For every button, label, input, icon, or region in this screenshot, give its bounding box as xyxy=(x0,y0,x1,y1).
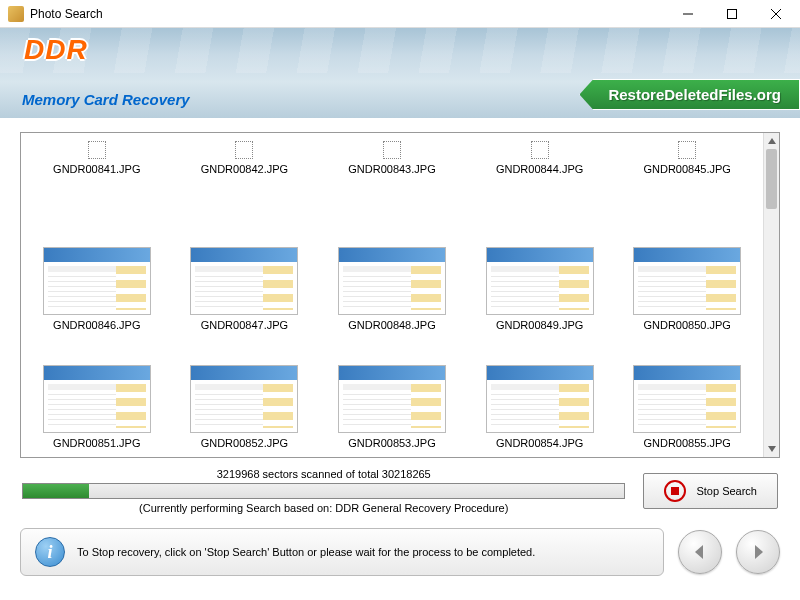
file-item[interactable]: GNDR00842.JPG xyxy=(171,135,319,241)
thumbnail-icon xyxy=(338,365,446,433)
info-icon: i xyxy=(35,537,65,567)
file-name: GNDR00844.JPG xyxy=(496,163,583,175)
file-name: GNDR00842.JPG xyxy=(201,163,288,175)
thumbnail-icon xyxy=(531,141,549,159)
thumbnail-grid: GNDR00841.JPG GNDR00842.JPG GNDR00843.JP… xyxy=(21,133,763,457)
scroll-up-icon[interactable] xyxy=(764,133,779,149)
info-text: To Stop recovery, click on 'Stop Search'… xyxy=(77,546,535,558)
window-title: Photo Search xyxy=(30,7,666,21)
file-name: GNDR00851.JPG xyxy=(53,437,140,449)
results-panel: GNDR00841.JPG GNDR00842.JPG GNDR00843.JP… xyxy=(20,132,780,458)
titlebar: Photo Search xyxy=(0,0,800,28)
maximize-button[interactable] xyxy=(710,0,754,28)
file-item[interactable]: GNDR00854.JPG xyxy=(466,347,614,453)
scrollbar[interactable] xyxy=(763,133,779,457)
info-box: i To Stop recovery, click on 'Stop Searc… xyxy=(20,528,664,576)
thumbnail-icon xyxy=(486,247,594,315)
back-button[interactable] xyxy=(678,530,722,574)
file-name: GNDR00841.JPG xyxy=(53,163,140,175)
file-name: GNDR00850.JPG xyxy=(643,319,730,331)
thumbnail-icon xyxy=(633,247,741,315)
file-item[interactable]: GNDR00852.JPG xyxy=(171,347,319,453)
thumbnail-icon xyxy=(678,141,696,159)
file-item[interactable]: GNDR00848.JPG xyxy=(318,241,466,347)
file-name: GNDR00843.JPG xyxy=(348,163,435,175)
file-name: GNDR00854.JPG xyxy=(496,437,583,449)
progress-text: 3219968 sectors scanned of total 3021826… xyxy=(217,468,431,480)
next-button[interactable] xyxy=(736,530,780,574)
thumbnail-icon xyxy=(486,365,594,433)
thumbnail-icon xyxy=(190,365,298,433)
file-name: GNDR00849.JPG xyxy=(496,319,583,331)
thumbnail-icon xyxy=(383,141,401,159)
file-item[interactable]: GNDR00847.JPG xyxy=(171,241,319,347)
progress-row: 3219968 sectors scanned of total 3021826… xyxy=(20,468,780,514)
stop-icon xyxy=(664,480,686,502)
website-ribbon[interactable]: RestoreDeletedFiles.org xyxy=(579,79,800,110)
file-name: GNDR00845.JPG xyxy=(643,163,730,175)
file-item[interactable]: GNDR00851.JPG xyxy=(23,347,171,453)
file-item[interactable]: GNDR00849.JPG xyxy=(466,241,614,347)
app-subtitle: Memory Card Recovery xyxy=(22,91,190,108)
scroll-thumb[interactable] xyxy=(766,149,777,209)
file-item[interactable]: GNDR00846.JPG xyxy=(23,241,171,347)
thumbnail-icon xyxy=(43,247,151,315)
ddr-logo: DDR xyxy=(24,34,88,66)
file-item[interactable]: GNDR00853.JPG xyxy=(318,347,466,453)
thumbnail-icon xyxy=(235,141,253,159)
footer: i To Stop recovery, click on 'Stop Searc… xyxy=(0,522,800,586)
svg-marker-6 xyxy=(695,545,703,559)
thumbnail-icon xyxy=(88,141,106,159)
file-name: GNDR00853.JPG xyxy=(348,437,435,449)
file-item[interactable]: GNDR00844.JPG xyxy=(466,135,614,241)
thumbnail-icon xyxy=(338,247,446,315)
scroll-down-icon[interactable] xyxy=(764,441,779,457)
progress-bar xyxy=(22,483,625,499)
header-banner: DDR Memory Card Recovery RestoreDeletedF… xyxy=(0,28,800,118)
stop-search-button[interactable]: Stop Search xyxy=(643,473,778,509)
svg-marker-5 xyxy=(768,446,776,452)
file-item[interactable]: GNDR00841.JPG xyxy=(23,135,171,241)
file-name: GNDR00847.JPG xyxy=(201,319,288,331)
progress-subtext: (Currently performing Search based on: D… xyxy=(139,502,508,514)
thumbnail-icon xyxy=(190,247,298,315)
file-item[interactable]: GNDR00855.JPG xyxy=(613,347,761,453)
minimize-button[interactable] xyxy=(666,0,710,28)
close-button[interactable] xyxy=(754,0,798,28)
scroll-track[interactable] xyxy=(764,149,779,441)
stop-button-label: Stop Search xyxy=(696,485,757,497)
svg-marker-4 xyxy=(768,138,776,144)
thumbnail-icon xyxy=(633,365,741,433)
file-name: GNDR00848.JPG xyxy=(348,319,435,331)
app-icon xyxy=(8,6,24,22)
progress-fill xyxy=(23,484,89,498)
file-item[interactable]: GNDR00843.JPG xyxy=(318,135,466,241)
svg-marker-7 xyxy=(755,545,763,559)
thumbnail-icon xyxy=(43,365,151,433)
file-name: GNDR00855.JPG xyxy=(643,437,730,449)
main-content: GNDR00841.JPG GNDR00842.JPG GNDR00843.JP… xyxy=(0,118,800,522)
file-item[interactable]: GNDR00845.JPG xyxy=(613,135,761,241)
file-name: GNDR00846.JPG xyxy=(53,319,140,331)
svg-rect-1 xyxy=(728,9,737,18)
file-item[interactable]: GNDR00850.JPG xyxy=(613,241,761,347)
progress-column: 3219968 sectors scanned of total 3021826… xyxy=(22,468,625,514)
file-name: GNDR00852.JPG xyxy=(201,437,288,449)
